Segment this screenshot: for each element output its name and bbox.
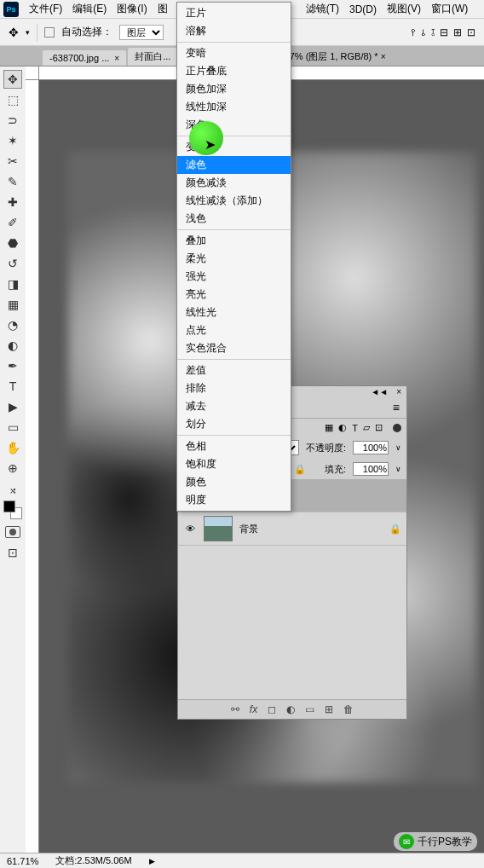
blend-lighten[interactable]: 变亮 xyxy=(177,138,291,156)
gradient-tool[interactable]: ▦ xyxy=(3,295,22,314)
blend-pin-light[interactable]: 点光 xyxy=(177,321,291,339)
dodge-tool[interactable]: ◐ xyxy=(3,336,22,355)
panel-spacer xyxy=(178,546,406,699)
blend-exclusion[interactable]: 排除 xyxy=(177,379,291,397)
shape-tool[interactable]: ▭ xyxy=(3,418,22,437)
menu-window[interactable]: 窗口(W) xyxy=(426,2,473,16)
blend-overlay[interactable]: 叠加 xyxy=(177,232,291,250)
doc-size[interactable]: 文档:2.53M/5.06M xyxy=(55,854,131,867)
blend-luminosity[interactable]: 明度 xyxy=(177,491,291,509)
collapse-icon[interactable]: ◄◄ xyxy=(371,387,388,396)
filter-smart-icon[interactable]: ⊡ xyxy=(375,422,383,433)
path-select-tool[interactable]: ▶ xyxy=(3,397,22,416)
panel-menu-icon[interactable]: ≡ xyxy=(386,401,406,414)
align-icon[interactable]: ⫱ xyxy=(431,26,435,38)
marquee-tool[interactable]: ⬚ xyxy=(3,90,22,109)
blend-linear-light[interactable]: 线性光 xyxy=(177,304,291,321)
heal-tool[interactable]: ✚ xyxy=(3,193,22,211)
blend-saturation[interactable]: 饱和度 xyxy=(177,455,291,473)
blend-hue[interactable]: 色相 xyxy=(177,437,291,455)
blend-color[interactable]: 颜色 xyxy=(177,473,291,491)
blend-linear-dodge[interactable]: 线性减淡（添加） xyxy=(177,192,291,210)
eraser-tool[interactable]: ◨ xyxy=(3,275,22,293)
auto-select-checkbox[interactable] xyxy=(44,27,55,38)
visibility-icon[interactable]: 👁 xyxy=(183,524,197,534)
blend-vivid-light[interactable]: 亮光 xyxy=(177,286,291,304)
blend-multiply[interactable]: 正片叠底 xyxy=(177,62,291,80)
status-menu-icon[interactable]: ▶ xyxy=(149,857,155,865)
new-layer-icon[interactable]: ⊞ xyxy=(325,703,333,715)
filter-shape-icon[interactable]: ▱ xyxy=(363,422,370,433)
quick-select-tool[interactable]: ✶ xyxy=(3,131,22,150)
align-icon[interactable]: ⫰ xyxy=(421,26,426,38)
blend-darker-color[interactable]: 深色 xyxy=(177,116,291,134)
blend-mode-dropdown: 正片 溶解 变暗 正片叠底 颜色加深 线性加深 深色 变亮 滤色 颜色减淡 线性… xyxy=(176,2,291,512)
filter-adjust-icon[interactable]: ◐ xyxy=(338,422,347,433)
layer-thumbnail[interactable] xyxy=(204,516,233,541)
blend-difference[interactable]: 差值 xyxy=(177,362,291,379)
type-tool[interactable]: T xyxy=(3,377,22,396)
quick-mask-icon[interactable] xyxy=(5,526,20,538)
blend-color-dodge[interactable]: 颜色减淡 xyxy=(177,174,291,192)
blend-divide[interactable]: 划分 xyxy=(177,415,291,433)
menu-layer[interactable]: 图 xyxy=(153,2,173,16)
layer-name[interactable]: 背景 xyxy=(239,523,258,535)
zoom-level[interactable]: 61.71% xyxy=(7,856,38,866)
blur-tool[interactable]: ◔ xyxy=(3,315,22,334)
filter-toggle[interactable] xyxy=(393,424,401,432)
crop-tool[interactable]: ✂ xyxy=(3,152,22,171)
filter-type-icon[interactable]: T xyxy=(352,423,358,433)
blend-darken[interactable]: 变暗 xyxy=(177,44,291,62)
align-icon[interactable]: ⊞ xyxy=(453,26,462,38)
fx-icon[interactable]: fx xyxy=(250,703,257,715)
lasso-tool[interactable]: ⊃ xyxy=(3,111,22,130)
close-icon[interactable]: × xyxy=(114,54,119,63)
group-icon[interactable]: ▭ xyxy=(305,703,314,715)
auto-select-target[interactable]: 图层 xyxy=(119,25,164,40)
blend-lighter-color[interactable]: 浅色 xyxy=(177,210,291,228)
menu-image[interactable]: 图像(I) xyxy=(112,2,152,16)
mask-icon[interactable]: ◻ xyxy=(268,703,276,715)
close-icon[interactable]: × xyxy=(381,52,386,61)
close-panel-icon[interactable]: × xyxy=(396,387,401,396)
stamp-tool[interactable]: ⬣ xyxy=(3,234,22,252)
color-swatch[interactable] xyxy=(3,501,22,519)
adjustment-icon[interactable]: ◐ xyxy=(286,703,295,715)
swap-colors-icon[interactable]: ⤭ xyxy=(9,486,16,495)
blend-subtract[interactable]: 减去 xyxy=(177,397,291,415)
blend-hard-mix[interactable]: 实色混合 xyxy=(177,339,291,357)
fill-label: 填充: xyxy=(325,463,346,476)
menu-edit[interactable]: 编辑(E) xyxy=(67,2,112,16)
hand-tool[interactable]: ✋ xyxy=(3,438,22,457)
filter-image-icon[interactable]: ▦ xyxy=(325,422,333,433)
link-layers-icon[interactable]: ⚯ xyxy=(231,703,239,715)
move-tool[interactable]: ✥ xyxy=(3,70,22,89)
align-icon[interactable]: ⊟ xyxy=(440,26,448,38)
screen-mode-icon[interactable]: ⊡ xyxy=(3,543,22,562)
menu-file[interactable]: 文件(F) xyxy=(24,2,67,16)
delete-icon[interactable]: 🗑 xyxy=(343,703,354,715)
brush-tool[interactable]: ✐ xyxy=(3,213,22,232)
lock-all-icon[interactable]: 🔒 xyxy=(293,464,307,475)
menu-3d[interactable]: 3D(D) xyxy=(344,3,382,15)
opacity-input[interactable] xyxy=(353,441,389,454)
blend-linear-burn[interactable]: 线性加深 xyxy=(177,98,291,116)
menu-filter[interactable]: 滤镜(T) xyxy=(301,2,344,16)
foreground-color[interactable] xyxy=(3,501,15,512)
blend-dissolve[interactable]: 溶解 xyxy=(177,22,291,40)
align-icon[interactable]: ⫯ xyxy=(411,26,416,38)
tab-doc1[interactable]: -638700.jpg ... × xyxy=(43,50,126,66)
fill-input[interactable] xyxy=(353,462,389,476)
menu-view[interactable]: 视图(V) xyxy=(382,2,426,16)
zoom-tool[interactable]: ⊕ xyxy=(3,459,22,477)
blend-normal[interactable]: 正片 xyxy=(177,4,291,22)
align-icon[interactable]: ⊡ xyxy=(467,26,475,38)
blend-color-burn[interactable]: 颜色加深 xyxy=(177,80,291,98)
eyedropper-tool[interactable]: ✎ xyxy=(3,172,22,191)
history-brush-tool[interactable]: ↺ xyxy=(3,254,22,273)
blend-soft-light[interactable]: 柔光 xyxy=(177,250,291,268)
pen-tool[interactable]: ✒ xyxy=(3,356,22,375)
layer-row-bg[interactable]: 👁 背景 🔒 xyxy=(178,512,406,546)
blend-screen[interactable]: 滤色 xyxy=(177,156,291,174)
blend-hard-light[interactable]: 强光 xyxy=(177,268,291,286)
